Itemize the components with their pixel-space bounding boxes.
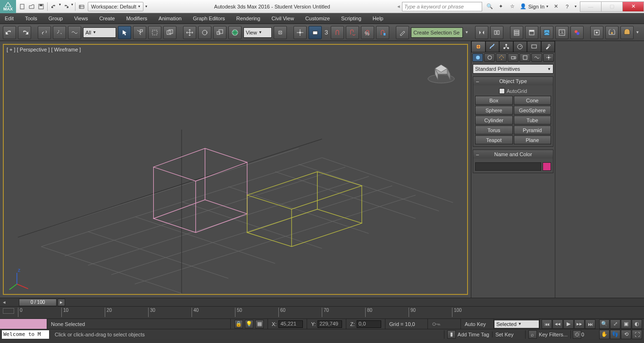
- add-time-tag[interactable]: Add Time Tag: [458, 332, 489, 337]
- viewport-label[interactable]: [ + ] [ Perspective ] [ Wireframe ]: [7, 47, 81, 52]
- category-dropdown[interactable]: Standard Primitives▼: [473, 64, 553, 74]
- key-filters-button[interactable]: Key Filters...: [539, 332, 568, 337]
- subscription-icon[interactable]: ✦: [497, 3, 505, 10]
- percent-snap-icon[interactable]: %: [361, 26, 374, 39]
- toggle-ribbon-icon[interactable]: [525, 26, 538, 39]
- zoom-all-icon[interactable]: ⤢: [610, 319, 620, 329]
- orbit-icon[interactable]: ⟲: [621, 330, 631, 339]
- link-icon[interactable]: [38, 26, 51, 39]
- isolate-icon[interactable]: 💡: [245, 320, 253, 328]
- create-geosphere-button[interactable]: GeoSphere: [514, 106, 552, 115]
- create-plane-button[interactable]: Plane: [514, 135, 552, 144]
- menu-edit[interactable]: Edit: [5, 16, 14, 21]
- menu-grapheditors[interactable]: Graph Editors: [193, 16, 225, 21]
- menu-modifiers[interactable]: Modifiers: [126, 16, 147, 21]
- render-frame-icon[interactable]: [605, 26, 619, 39]
- pan-icon[interactable]: ✋: [599, 330, 610, 339]
- timetag-icon[interactable]: ▮: [447, 330, 456, 339]
- window-crossing-icon[interactable]: [163, 26, 176, 39]
- pivot-icon[interactable]: [274, 26, 287, 39]
- geometry-subtab[interactable]: [472, 53, 483, 62]
- select-by-name-icon[interactable]: [133, 26, 146, 39]
- select-place-icon[interactable]: [228, 26, 242, 39]
- create-box-button[interactable]: Box: [475, 96, 513, 105]
- close-button[interactable]: ✕: [622, 1, 644, 12]
- rotate-icon[interactable]: [198, 26, 211, 39]
- select-object-icon[interactable]: [118, 26, 131, 39]
- lights-subtab[interactable]: [496, 53, 507, 62]
- select-region-icon[interactable]: [148, 26, 161, 39]
- trackbar[interactable]: ◂ 0 / 100 ▸: [0, 298, 644, 306]
- helpers-subtab[interactable]: [519, 53, 530, 62]
- create-cylinder-button[interactable]: Cylinder: [475, 116, 513, 125]
- bind-spacewarp-icon[interactable]: [68, 26, 81, 39]
- shapes-subtab[interactable]: [484, 53, 495, 62]
- ref-coord-dropdown[interactable]: View▼: [243, 27, 272, 38]
- manipulate-icon[interactable]: [293, 26, 307, 39]
- current-frame-input[interactable]: 0: [581, 332, 595, 337]
- zoom-extents-icon[interactable]: ▣: [621, 319, 631, 329]
- keymode-dropdown[interactable]: Selected▼: [494, 320, 539, 328]
- viewport-perspective[interactable]: [ + ] [ Perspective ] [ Wireframe ]: [3, 44, 468, 295]
- x-input[interactable]: 45,221: [278, 320, 303, 328]
- absolute-transform-icon[interactable]: ▦: [255, 320, 264, 328]
- key-filters-icon[interactable]: ⌕: [528, 330, 537, 339]
- create-teapot-button[interactable]: Teapot: [475, 135, 513, 144]
- time-slider-thumb[interactable]: 0 / 100: [19, 299, 57, 306]
- menu-tools[interactable]: Tools: [25, 16, 37, 21]
- minimize-button[interactable]: —: [580, 1, 602, 12]
- selection-lock-icon[interactable]: 🔒: [234, 320, 243, 328]
- redo-button[interactable]: [18, 26, 31, 39]
- maxscript-mini-listener[interactable]: [0, 319, 47, 329]
- modify-tab[interactable]: [485, 41, 500, 52]
- object-name-input[interactable]: [475, 162, 541, 171]
- utilities-tab[interactable]: [541, 41, 555, 52]
- save-icon[interactable]: [37, 2, 45, 11]
- search-icon[interactable]: 🔍: [486, 3, 493, 10]
- search-input[interactable]: Type a keyword or phrase: [402, 2, 482, 11]
- selection-filter-dropdown[interactable]: All▼: [83, 27, 116, 38]
- goto-end-icon[interactable]: ⏭: [585, 319, 595, 329]
- object-color-swatch[interactable]: [543, 162, 551, 171]
- play-icon[interactable]: ▶: [563, 319, 574, 329]
- create-torus-button[interactable]: Torus: [475, 125, 513, 134]
- layer-explorer-icon[interactable]: [510, 26, 523, 39]
- workspace-dropdown[interactable]: Workspace: Default ▾: [88, 2, 143, 11]
- maximize-button[interactable]: ▢: [601, 1, 623, 12]
- signin-button[interactable]: 👤 Sign In ▾: [520, 3, 548, 9]
- help-icon[interactable]: ?: [563, 3, 571, 10]
- display-tab[interactable]: [527, 41, 541, 52]
- time-ruler[interactable]: 0102030405060708090100: [0, 306, 644, 318]
- maximize-viewport-icon[interactable]: ⛶: [632, 330, 642, 339]
- systems-subtab[interactable]: [543, 53, 554, 62]
- create-sphere-button[interactable]: Sphere: [475, 106, 513, 115]
- create-tab[interactable]: [471, 41, 485, 52]
- rollout-header-name-color[interactable]: –Name and Color: [473, 150, 553, 159]
- menu-create[interactable]: Create: [99, 16, 115, 21]
- fov-icon[interactable]: ◐: [632, 319, 642, 329]
- undo-icon[interactable]: [50, 2, 58, 11]
- y-input[interactable]: 229,749: [318, 320, 342, 328]
- open-icon[interactable]: [27, 2, 36, 11]
- unlink-icon[interactable]: [53, 26, 66, 39]
- schematic-view-icon[interactable]: [555, 26, 569, 39]
- menu-civilview[interactable]: Civil View: [272, 16, 294, 21]
- curve-editor-icon[interactable]: [540, 26, 553, 39]
- keyboard-shortcut-icon[interactable]: [309, 26, 322, 39]
- mirror-icon[interactable]: [475, 26, 488, 39]
- auto-key-button[interactable]: Auto Key: [461, 319, 494, 329]
- redo-icon[interactable]: [62, 2, 70, 11]
- menu-customize[interactable]: Customize: [305, 16, 330, 21]
- hierarchy-tab[interactable]: [499, 41, 513, 52]
- viewcube[interactable]: [425, 54, 458, 87]
- exchange-icon[interactable]: ✕: [552, 3, 560, 10]
- named-selection-dropdown[interactable]: Create Selection Se: [411, 27, 463, 38]
- create-cone-button[interactable]: Cone: [514, 96, 552, 105]
- menu-help[interactable]: Help: [373, 16, 384, 21]
- angle-snap-icon[interactable]: [346, 26, 359, 39]
- prev-frame-icon[interactable]: ◂◂: [552, 319, 563, 329]
- favorite-icon[interactable]: ☆: [509, 3, 516, 10]
- goto-start-icon[interactable]: ⏮: [542, 319, 552, 329]
- app-menu-button[interactable]: MAX: [0, 0, 16, 13]
- next-frame-icon[interactable]: ▸▸: [574, 319, 585, 329]
